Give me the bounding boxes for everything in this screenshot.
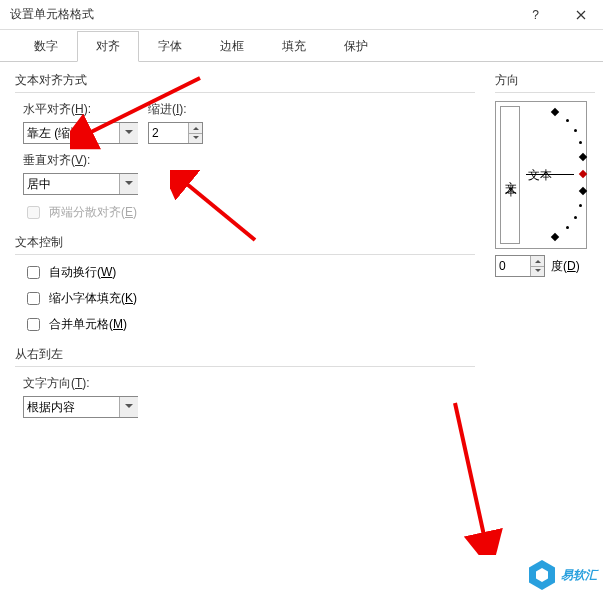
check-merge[interactable]: 合并单元格(M): [15, 315, 475, 334]
group-title-align: 文本对齐方式: [15, 72, 475, 93]
label-shrink: 缩小字体填充(K): [49, 290, 137, 307]
tab-alignment[interactable]: 对齐: [77, 31, 139, 62]
checkbox-wrap[interactable]: [27, 266, 40, 279]
label-merge: 合并单元格(M): [49, 316, 127, 333]
label-degrees: 度(D): [551, 258, 580, 275]
label-vertical: 垂直对齐(V):: [23, 152, 138, 169]
degree-row: 度(D): [495, 255, 595, 277]
titlebar: 设置单元格格式 ?: [0, 0, 603, 30]
field-text-direction: 文字方向(T): 根据内容: [23, 375, 138, 418]
label-text-direction: 文字方向(T):: [23, 375, 138, 392]
tab-font[interactable]: 字体: [139, 31, 201, 62]
field-vertical: 垂直对齐(V): 居中: [23, 152, 138, 195]
label-indent: 缩进(I):: [148, 101, 203, 118]
select-horizontal[interactable]: 靠左 (缩进): [23, 122, 138, 144]
group-text-control: 文本控制 自动换行(W) 缩小字体填充(K) 合并单元格(M): [15, 234, 475, 334]
content: 文本对齐方式 水平对齐(H): 靠左 (缩进) 缩进(I):: [0, 62, 603, 440]
group-rtl: 从右到左 文字方向(T): 根据内容: [15, 346, 475, 418]
select-vertical[interactable]: 居中: [23, 173, 138, 195]
checkbox-merge[interactable]: [27, 318, 40, 331]
window-title: 设置单元格格式: [10, 6, 513, 23]
group-text-align: 文本对齐方式 水平对齐(H): 靠左 (缩进) 缩进(I):: [15, 72, 475, 222]
check-justify-distributed: 两端分散对齐(E): [15, 203, 475, 222]
label-justify: 两端分散对齐(E): [49, 204, 137, 221]
watermark-text: 易软汇: [561, 567, 597, 584]
label-wrap: 自动换行(W): [49, 264, 116, 281]
group-title-textctrl: 文本控制: [15, 234, 475, 255]
checkbox-justify: [27, 206, 40, 219]
degrees-spinner[interactable]: [530, 256, 544, 276]
select-text-direction[interactable]: 根据内容: [23, 396, 138, 418]
field-indent: 缩进(I):: [148, 101, 203, 144]
field-horizontal: 水平对齐(H): 靠左 (缩进): [23, 101, 138, 144]
tab-protection[interactable]: 保护: [325, 31, 387, 62]
tab-fill[interactable]: 填充: [263, 31, 325, 62]
tab-number[interactable]: 数字: [15, 31, 77, 62]
close-button[interactable]: [558, 0, 603, 30]
watermark-logo-icon: [529, 560, 555, 590]
check-shrink[interactable]: 缩小字体填充(K): [15, 289, 475, 308]
indent-spinner[interactable]: [188, 123, 202, 143]
group-title-rtl: 从右到左: [15, 346, 475, 367]
close-icon: [576, 10, 586, 20]
orientation-box: 文本 文本: [495, 101, 587, 249]
orientation-dial-text: 文本: [528, 167, 552, 184]
orientation-vertical-text: 文本: [502, 171, 519, 179]
help-button[interactable]: ?: [513, 0, 558, 30]
group-orientation: 方向 文本 文本: [495, 72, 595, 430]
left-pane: 文本对齐方式 水平对齐(H): 靠左 (缩进) 缩进(I):: [15, 72, 475, 430]
orientation-vertical-button[interactable]: 文本: [500, 106, 520, 244]
group-title-orientation: 方向: [495, 72, 595, 93]
orientation-dial[interactable]: 文本: [524, 106, 582, 244]
tab-border[interactable]: 边框: [201, 31, 263, 62]
check-wrap[interactable]: 自动换行(W): [15, 263, 475, 282]
watermark: 易软汇: [529, 560, 597, 590]
label-horizontal: 水平对齐(H):: [23, 101, 138, 118]
checkbox-shrink[interactable]: [27, 292, 40, 305]
tab-bar: 数字 对齐 字体 边框 填充 保护: [0, 30, 603, 62]
